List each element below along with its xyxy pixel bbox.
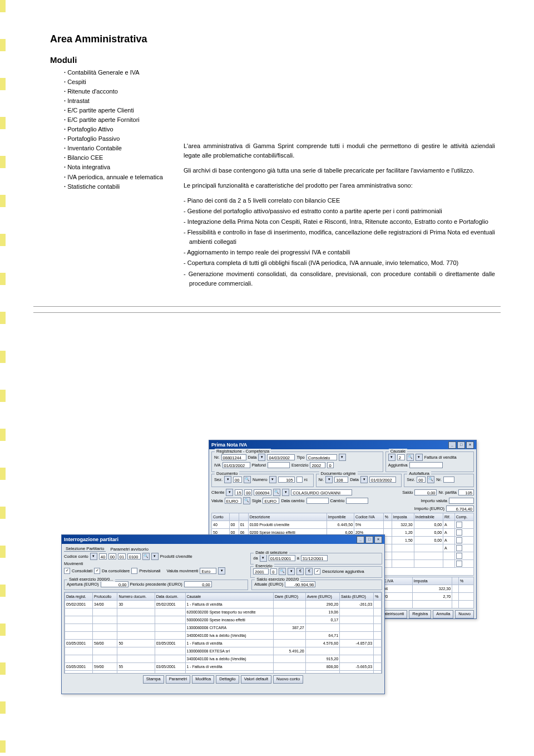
annulla-button[interactable]: Annulla <box>433 610 453 618</box>
chevron-down-icon[interactable]: ▾ <box>325 476 333 483</box>
datacambio-input[interactable] <box>306 498 329 504</box>
calendar-icon[interactable]: ▾ <box>258 454 265 461</box>
nuovo-button[interactable]: Nuovo <box>455 610 474 618</box>
chevron-down-icon[interactable]: ▾ <box>388 454 395 461</box>
cc1-input[interactable]: 40 <box>99 553 107 559</box>
sigla-input[interactable]: EURO <box>263 498 279 504</box>
causale-input[interactable]: 2 <box>397 454 405 460</box>
cliente-c1[interactable]: 15 <box>235 489 243 495</box>
checkbox-previsionali[interactable] <box>131 568 137 574</box>
window-title: Interrogazione partitari <box>64 535 118 544</box>
minimize-icon[interactable]: _ <box>448 441 456 449</box>
close-icon[interactable]: × <box>374 536 382 543</box>
calendar-icon[interactable]: ▾ <box>360 476 368 483</box>
checkbox[interactable] <box>296 477 303 483</box>
group-label: Autofattura <box>407 471 431 476</box>
aggiuntiva-label: Aggiuntiva <box>388 463 408 468</box>
da-input[interactable]: 01/01/2001 <box>269 555 295 561</box>
chevron-down-icon[interactable]: ▾ <box>226 489 233 496</box>
cc4-input[interactable]: 0100 <box>127 553 141 559</box>
tab-selezione[interactable]: Selezione Partitario <box>64 546 106 552</box>
cliente-desc[interactable]: COLASURDO GIOVANNI <box>291 489 352 495</box>
search-icon[interactable]: 🔍 <box>243 497 250 504</box>
periodoprec-input[interactable]: 0,00 <box>184 581 212 587</box>
minimize-icon[interactable]: _ <box>357 536 364 543</box>
impvaluta-input[interactable] <box>449 498 474 504</box>
chevron-down-icon[interactable]: ▾ <box>90 553 97 560</box>
cc2-input[interactable]: 00 <box>108 553 116 559</box>
nrpartita-input[interactable]: 105 <box>458 489 474 495</box>
module-item: Cespiti <box>64 77 184 87</box>
checkbox-consolidati[interactable]: ✓ <box>64 568 70 574</box>
aggiuntiva-input[interactable] <box>409 462 443 468</box>
esercizio-input[interactable]: 2002 <box>310 462 325 468</box>
saldoatt-input[interactable]: -90.904,98 <box>285 581 315 587</box>
search-icon[interactable]: 🔍 <box>244 476 251 483</box>
valoridefault-button[interactable]: Valori default <box>241 675 271 684</box>
modifica-button[interactable]: Modifica <box>192 675 214 684</box>
cambio-input[interactable] <box>346 498 368 504</box>
chevron-down-icon[interactable]: ▾ <box>339 454 346 461</box>
checkbox-daconsolidare[interactable]: ✓ <box>94 568 100 574</box>
numero-input[interactable]: 105 <box>278 477 295 483</box>
valmov-input[interactable]: Euro <box>200 568 216 574</box>
maximize-icon[interactable]: □ <box>457 441 465 449</box>
data-input[interactable]: 04/03/2002 <box>267 454 295 460</box>
esercizio-sub-input[interactable]: 0 <box>327 462 334 468</box>
chevron-down-icon[interactable]: ▾ <box>282 489 289 496</box>
stampa-button[interactable]: Stampa <box>143 675 164 684</box>
docorig-data-input[interactable]: 01/03/2002 <box>369 477 396 483</box>
search-icon[interactable]: 🔍 <box>407 454 414 461</box>
cc3-input[interactable]: 01 <box>118 553 126 559</box>
apertura-input[interactable]: 0,00 <box>101 581 128 587</box>
group-label: Documento origine <box>319 471 358 476</box>
module-item: E/C partite aperte Fornitori <box>64 115 184 125</box>
titlebar[interactable]: Interrogazione partitari _ □ × <box>62 535 384 544</box>
checkbox-descragg[interactable]: ✓ <box>314 568 320 575</box>
group-label: Saldi esercizio 2000/0... <box>67 577 115 582</box>
search-icon[interactable]: 🔍 <box>142 553 150 560</box>
tab-parametri[interactable]: Parametri avvisorio <box>110 547 148 552</box>
euro-icon[interactable]: € <box>305 568 313 575</box>
plafond-input[interactable] <box>268 462 290 468</box>
nuovoconto-button[interactable]: Nuovo conto <box>273 675 303 684</box>
valuta-input[interactable]: EURO <box>225 498 241 504</box>
screenshot-composite: Prima Nota IVA _ □ × Registrazione - Com… <box>61 440 478 696</box>
es-sub-input[interactable]: 0 <box>270 568 277 575</box>
af-nr-input[interactable] <box>443 477 454 483</box>
a-input[interactable]: 31/12/2001 <box>301 555 328 561</box>
module-item: IVA periodica, annuale e telematica <box>64 173 184 182</box>
chevron-down-icon[interactable]: ▾ <box>416 454 423 461</box>
tipo-select[interactable]: Consolidato <box>306 454 337 460</box>
search-icon[interactable]: 🔍 <box>427 476 434 483</box>
titlebar[interactable]: Prima Nota IVA _ □ × <box>209 440 476 449</box>
euro-icon[interactable]: € <box>296 568 304 575</box>
chevron-down-icon[interactable]: ▾ <box>288 568 295 575</box>
feature-item: Flessibilità e controllo in fase di inse… <box>184 228 495 247</box>
nr-input[interactable]: 08801244 <box>221 454 246 460</box>
es-input[interactable]: 2001 <box>253 568 269 575</box>
saldo-input[interactable]: 0,00 <box>414 489 437 495</box>
cliente-c3[interactable]: 006094 <box>254 489 271 495</box>
calendar-icon[interactable]: ▾ <box>260 554 267 562</box>
impeuro-input[interactable]: 6.704,40 <box>446 505 474 512</box>
registra-button[interactable]: Registra <box>409 610 431 618</box>
chevron-down-icon[interactable]: ▾ <box>224 476 231 483</box>
chevron-down-icon[interactable]: ▾ <box>269 476 276 483</box>
maximize-icon[interactable]: □ <box>365 536 373 543</box>
af-sez-input[interactable]: 00 <box>417 477 426 483</box>
docorig-nr-input[interactable]: 108 <box>334 477 348 483</box>
cliente-c2[interactable]: 00 <box>244 489 252 495</box>
data-label: Data <box>248 455 257 460</box>
partitari-grid[interactable]: Data regist.ProtocolloNumero docum.Data … <box>65 592 382 674</box>
iva-input[interactable]: 01/03/2002 <box>222 462 250 468</box>
search-icon[interactable]: 🔍 <box>279 568 286 575</box>
close-icon[interactable]: × <box>466 441 474 449</box>
chevron-down-icon[interactable]: ▾ <box>151 553 159 560</box>
search-icon[interactable]: 🔍 <box>273 489 280 496</box>
sez-input[interactable]: 00 <box>233 477 242 483</box>
feature-item: Gestione del portafoglio attivo/passivo … <box>184 207 495 216</box>
parametri-button[interactable]: Parametri <box>166 675 191 684</box>
chevron-down-icon[interactable]: ▾ <box>218 567 225 575</box>
dettaglio-button[interactable]: Dettaglio <box>216 675 239 684</box>
